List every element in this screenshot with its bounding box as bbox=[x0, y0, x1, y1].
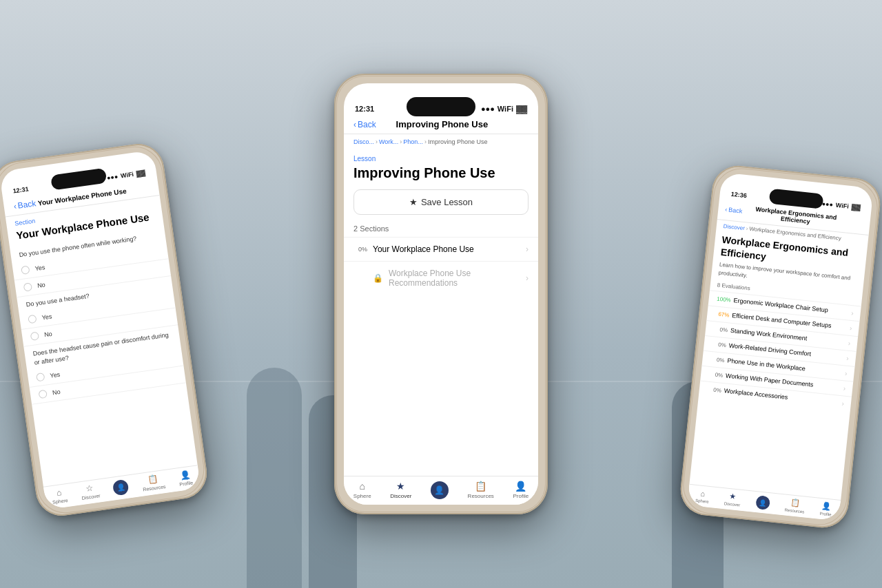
bc-0: Disco... bbox=[353, 138, 374, 145]
tab-resources-label-left: Resources bbox=[143, 484, 166, 492]
time-center: 12:31 bbox=[355, 105, 374, 113]
center-nav-title: Improving Phone Use bbox=[376, 119, 508, 129]
status-icons-center: ●●● WiFi ▓▓ bbox=[481, 105, 527, 113]
tab-sphere-right[interactable]: ⌂ Sphere bbox=[695, 488, 710, 503]
tab-resources-center[interactable]: 📋 Resources bbox=[468, 481, 494, 499]
wifi-right: WiFi bbox=[835, 202, 849, 210]
time-right: 12:36 bbox=[730, 191, 747, 199]
tab-profile-label-left: Profile bbox=[179, 480, 194, 487]
tab-profile-center[interactable]: 👤 Profile bbox=[513, 481, 529, 499]
active-circle-left: 👤 bbox=[112, 479, 130, 496]
resources-icon-center: 📋 bbox=[475, 481, 486, 492]
battery-center: ▓▓ bbox=[516, 105, 527, 113]
radio-3-no[interactable] bbox=[38, 390, 48, 399]
eval-pct-3: 0% bbox=[710, 341, 726, 348]
vol-up-right[interactable] bbox=[706, 214, 710, 233]
option-label-1-no: No bbox=[37, 281, 45, 289]
volume-down-btn[interactable] bbox=[0, 245, 4, 266]
tab-active-center[interactable]: 👤 bbox=[431, 481, 449, 499]
time-left: 12:31 bbox=[12, 185, 29, 194]
home-icon-right: ⌂ bbox=[700, 489, 706, 498]
tab-discover-center[interactable]: ★ Discover bbox=[390, 481, 411, 499]
tab-profile-right[interactable]: 👤 Profile bbox=[819, 501, 832, 517]
radio-1-no[interactable] bbox=[23, 282, 33, 292]
center-breadcrumb: Disco... › Work... › Phon... › Improving… bbox=[344, 134, 538, 149]
section-pct-1: 0% bbox=[353, 246, 367, 253]
save-star-icon: ★ bbox=[409, 197, 418, 207]
tab-discover-label-right: Discover bbox=[724, 501, 741, 507]
tab-discover-left[interactable]: ☆ Discover bbox=[80, 482, 101, 501]
center-screen-content: Disco... › Work... › Phon... › Improving… bbox=[344, 134, 538, 505]
power-right[interactable] bbox=[873, 239, 879, 275]
back-chevron-center: ‹ bbox=[353, 120, 356, 129]
tab-active-left[interactable]: 👤 bbox=[112, 479, 130, 496]
wifi-center: WiFi bbox=[498, 105, 513, 113]
tab-resources-label-right: Resources bbox=[784, 507, 804, 514]
radio-1-yes[interactable] bbox=[21, 265, 30, 275]
center-tab-bar: ⌂ Sphere ★ Discover 👤 📋 Resource bbox=[344, 476, 538, 505]
center-spacer bbox=[344, 295, 538, 476]
eval-pct-6: 0% bbox=[706, 386, 722, 393]
tab-sphere-center[interactable]: ⌂ Sphere bbox=[353, 481, 371, 499]
section-item-2[interactable]: 🔒 Workplace Phone Use Recommendations › bbox=[344, 261, 538, 295]
eval-pct-4: 0% bbox=[709, 356, 725, 364]
phone-left: 12:31 ●●● WiFi ▓▓ ‹ Back Your Workplace … bbox=[0, 140, 210, 519]
vol-down-right[interactable] bbox=[703, 238, 707, 258]
tab-profile-label: Profile bbox=[513, 493, 529, 499]
power-btn[interactable] bbox=[169, 202, 176, 240]
active-circle-right: 👤 bbox=[755, 495, 770, 510]
battery-icon: ▓▓ bbox=[136, 169, 145, 178]
eval-chevron-3: › bbox=[846, 354, 849, 361]
section-chevron-1: › bbox=[526, 244, 529, 254]
phones-container: 12:31 ●●● WiFi ▓▓ ‹ Back Your Workplace … bbox=[0, 0, 882, 588]
resources-icon-right: 📋 bbox=[790, 498, 801, 507]
profile-icon-left: 👤 bbox=[179, 470, 191, 481]
tab-profile-left[interactable]: 👤 Profile bbox=[178, 470, 194, 487]
back-chevron-icon: ‹ bbox=[13, 201, 17, 211]
evaluations-list: 100% Ergonomic Workplace Chair Setup › 6… bbox=[699, 290, 861, 411]
radio-3-yes[interactable] bbox=[36, 372, 45, 382]
tab-profile-label-right: Profile bbox=[819, 512, 832, 517]
sections-header: 2 Sections bbox=[344, 222, 538, 237]
save-lesson-button[interactable]: ★ Save Lesson bbox=[353, 189, 529, 215]
eval-pct-5: 0% bbox=[708, 370, 724, 378]
left-back-button[interactable]: ‹ Back bbox=[13, 198, 37, 211]
right-screen-content: Discover › Workplace Ergonomics and Effi… bbox=[687, 220, 868, 521]
eval-chevron-4: › bbox=[845, 369, 848, 377]
center-back-button[interactable]: ‹ Back bbox=[353, 120, 376, 129]
active-icon-center: 👤 bbox=[434, 485, 444, 495]
active-icon-left: 👤 bbox=[116, 483, 125, 492]
tab-sphere-left[interactable]: ⌂ Sphere bbox=[51, 487, 69, 505]
profile-icon-right: 👤 bbox=[821, 501, 832, 511]
active-icon-right: 👤 bbox=[759, 498, 767, 506]
tab-discover-right[interactable]: ★ Discover bbox=[724, 491, 741, 507]
option-label-2-yes: Yes bbox=[41, 313, 52, 322]
tab-sphere-label: Sphere bbox=[353, 493, 371, 499]
center-section-label: Lesson bbox=[344, 149, 538, 164]
bc-2: Phon... bbox=[403, 138, 423, 145]
star-icon-right: ★ bbox=[729, 492, 737, 501]
section-item-1[interactable]: 0% Your Workplace Phone Use › bbox=[344, 237, 538, 261]
option-label-3-no: No bbox=[52, 388, 61, 397]
left-screen-content: Section Your Workplace Phone Use Do you … bbox=[6, 196, 201, 510]
option-label-3-yes: Yes bbox=[50, 371, 61, 379]
eval-pct-0: 100% bbox=[715, 295, 731, 303]
phone-center: 12:31 ●●● WiFi ▓▓ ‹ Back Improving Phone… bbox=[334, 74, 548, 514]
tab-sphere-label-left: Sphere bbox=[52, 498, 68, 505]
nav-right-space bbox=[128, 187, 149, 190]
eval-pct-2: 0% bbox=[712, 326, 728, 333]
section-title-1: Your Workplace Phone Use bbox=[373, 244, 520, 254]
tab-active-right[interactable]: 👤 bbox=[755, 495, 770, 510]
bc-sep-1: › bbox=[400, 138, 402, 145]
eval-chevron-2: › bbox=[848, 339, 850, 347]
battery-right: ▓▓ bbox=[851, 203, 861, 211]
right-back-button[interactable]: ‹ Back bbox=[725, 206, 743, 215]
center-nav-bar: ‹ Back Improving Phone Use bbox=[344, 114, 538, 134]
resources-icon-left: 📋 bbox=[147, 474, 159, 485]
profile-icon-center: 👤 bbox=[515, 481, 526, 492]
tab-resources-left[interactable]: 📋 Resources bbox=[141, 473, 166, 492]
radio-2-no[interactable] bbox=[30, 332, 40, 342]
tab-resources-right[interactable]: 📋 Resources bbox=[784, 498, 806, 514]
radio-2-yes[interactable] bbox=[28, 315, 37, 324]
star-icon-left: ☆ bbox=[85, 483, 94, 494]
